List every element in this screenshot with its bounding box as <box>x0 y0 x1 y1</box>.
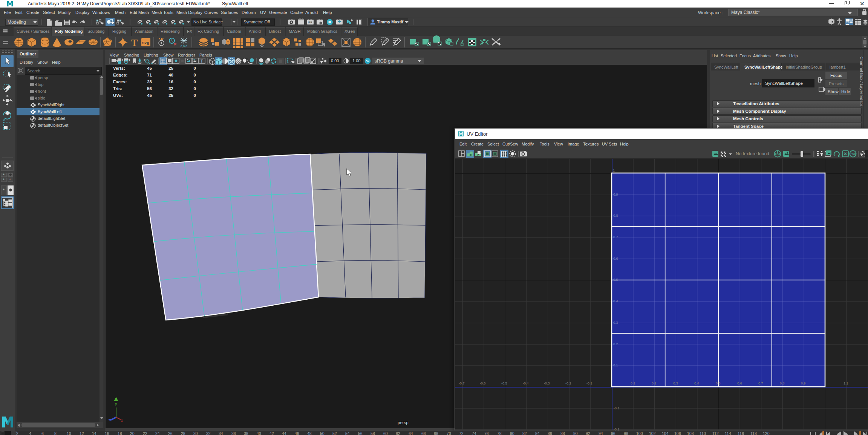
svg-text:-0.3: -0.3 <box>544 381 550 385</box>
svg-text:0.8: 0.8 <box>780 381 785 385</box>
svg-text:0.7: 0.7 <box>613 235 618 239</box>
svg-text:0.7: 0.7 <box>758 381 763 385</box>
svg-text:0.2: 0.2 <box>613 342 618 346</box>
svg-text:-0.1: -0.1 <box>586 381 592 385</box>
svg-text:0.2: 0.2 <box>652 381 657 385</box>
svg-text:T: T <box>131 37 138 48</box>
svg-text:0.1: 0.1 <box>631 381 635 385</box>
svg-text:0.5: 0.5 <box>716 381 721 385</box>
svg-text:-0.5: -0.5 <box>501 381 507 385</box>
svg-text:-0.4: -0.4 <box>523 381 529 385</box>
svg-text:PSD: PSD <box>851 153 856 155</box>
svg-text:0.3: 0.3 <box>673 381 678 385</box>
svg-text:0.3: 0.3 <box>613 321 618 325</box>
svg-text:T: T <box>201 59 203 63</box>
svg-text:-0.2: -0.2 <box>565 381 571 385</box>
svg-text:0,0,0: 0,0,0 <box>181 44 187 48</box>
svg-text:RGB: RGB <box>775 153 781 156</box>
svg-text:0.9: 0.9 <box>613 193 618 196</box>
svg-text:0.4: 0.4 <box>613 299 618 303</box>
svg-text:-0.7: -0.7 <box>459 381 465 385</box>
svg-text:y: y <box>115 401 117 406</box>
svg-text:0.1: 0.1 <box>613 363 618 367</box>
svg-text:-0.1: -0.1 <box>614 406 620 410</box>
svg-text:1: 1 <box>613 168 615 172</box>
svg-text:svg: svg <box>142 40 149 45</box>
svg-text:x: x <box>121 418 123 423</box>
svg-text:No texture found: No texture found <box>736 151 769 156</box>
svg-text:0.5: 0.5 <box>613 278 618 282</box>
svg-text:-0.6: -0.6 <box>480 381 486 385</box>
svg-text:IPR: IPR <box>308 21 312 24</box>
svg-text:0.8: 0.8 <box>613 214 618 218</box>
svg-text:ON: ON <box>366 60 369 63</box>
svg-text:0.6: 0.6 <box>737 381 742 385</box>
svg-text:0.4: 0.4 <box>694 381 699 385</box>
svg-text:0.9: 0.9 <box>801 381 806 385</box>
svg-text:0.6: 0.6 <box>613 257 618 260</box>
svg-text:1.1: 1.1 <box>844 381 848 385</box>
